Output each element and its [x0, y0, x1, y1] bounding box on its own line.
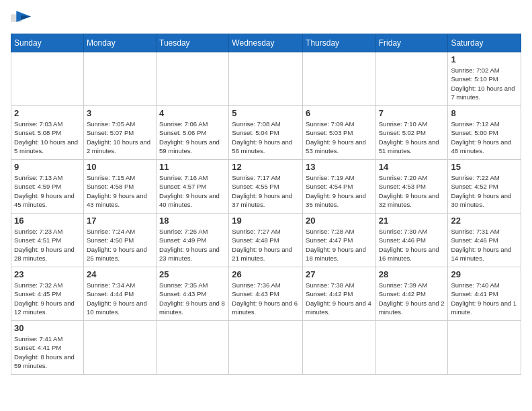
week-row-6: 30Sunrise: 7:41 AMSunset: 4:41 PMDayligh…: [11, 321, 521, 375]
calendar-header-row: SundayMondayTuesdayWednesdayThursdayFrid…: [11, 34, 521, 52]
calendar-cell: 22Sunrise: 7:31 AMSunset: 4:46 PMDayligh…: [448, 214, 521, 267]
day-number: 13: [306, 162, 373, 172]
day-info: Sunrise: 7:13 AMSunset: 4:59 PMDaylight:…: [14, 173, 81, 209]
day-info: Sunrise: 7:19 AMSunset: 4:54 PMDaylight:…: [306, 173, 373, 209]
day-number: 17: [87, 216, 153, 226]
day-number: 26: [232, 269, 300, 279]
week-row-5: 23Sunrise: 7:32 AMSunset: 4:45 PMDayligh…: [11, 267, 521, 321]
calendar-cell: [303, 321, 376, 375]
week-row-4: 16Sunrise: 7:23 AMSunset: 4:51 PMDayligh…: [11, 214, 521, 267]
logo-icon: [11, 11, 31, 26]
calendar-header-sunday: Sunday: [11, 34, 84, 52]
day-info: Sunrise: 7:39 AMSunset: 4:42 PMDaylight:…: [379, 281, 445, 316]
day-info: Sunrise: 7:26 AMSunset: 4:49 PMDaylight:…: [159, 227, 226, 263]
day-number: 15: [451, 162, 518, 172]
calendar-cell: [83, 321, 156, 375]
day-number: 14: [379, 162, 445, 172]
calendar-cell: 30Sunrise: 7:41 AMSunset: 4:41 PMDayligh…: [11, 321, 84, 375]
day-number: 8: [451, 108, 518, 118]
day-number: 22: [451, 216, 518, 226]
calendar-header-saturday: Saturday: [448, 34, 521, 52]
day-number: 28: [379, 269, 445, 279]
calendar-cell: 11Sunrise: 7:16 AMSunset: 4:57 PMDayligh…: [157, 160, 229, 214]
calendar-cell: 29Sunrise: 7:40 AMSunset: 4:41 PMDayligh…: [448, 267, 521, 321]
calendar-cell: [157, 52, 229, 106]
day-info: Sunrise: 7:30 AMSunset: 4:46 PMDaylight:…: [379, 227, 445, 263]
calendar-cell: [303, 52, 376, 106]
calendar-cell: 19Sunrise: 7:27 AMSunset: 4:48 PMDayligh…: [229, 214, 303, 267]
week-row-3: 9Sunrise: 7:13 AMSunset: 4:59 PMDaylight…: [11, 160, 521, 214]
calendar-cell: [83, 52, 156, 106]
calendar-cell: 5Sunrise: 7:08 AMSunset: 5:04 PMDaylight…: [229, 106, 303, 160]
day-info: Sunrise: 7:12 AMSunset: 5:00 PMDaylight:…: [451, 120, 518, 155]
calendar-table: SundayMondayTuesdayWednesdayThursdayFrid…: [11, 34, 521, 375]
day-info: Sunrise: 7:41 AMSunset: 4:41 PMDaylight:…: [14, 334, 81, 370]
day-number: 9: [14, 162, 81, 172]
week-row-2: 2Sunrise: 7:03 AMSunset: 5:08 PMDaylight…: [11, 106, 521, 160]
day-info: Sunrise: 7:15 AMSunset: 4:58 PMDaylight:…: [87, 173, 153, 209]
calendar-header-monday: Monday: [83, 34, 156, 52]
calendar-cell: 13Sunrise: 7:19 AMSunset: 4:54 PMDayligh…: [303, 160, 376, 214]
calendar-cell: 25Sunrise: 7:35 AMSunset: 4:43 PMDayligh…: [157, 267, 229, 321]
day-info: Sunrise: 7:40 AMSunset: 4:41 PMDaylight:…: [451, 281, 518, 316]
calendar-cell: 14Sunrise: 7:20 AMSunset: 4:53 PMDayligh…: [375, 160, 448, 214]
calendar-cell: 10Sunrise: 7:15 AMSunset: 4:58 PMDayligh…: [83, 160, 156, 214]
day-info: Sunrise: 7:09 AMSunset: 5:03 PMDaylight:…: [306, 120, 373, 155]
calendar-cell: 16Sunrise: 7:23 AMSunset: 4:51 PMDayligh…: [11, 214, 84, 267]
calendar-cell: 18Sunrise: 7:26 AMSunset: 4:49 PMDayligh…: [157, 214, 229, 267]
day-info: Sunrise: 7:17 AMSunset: 4:55 PMDaylight:…: [232, 173, 300, 209]
day-info: Sunrise: 7:02 AMSunset: 5:10 PMDaylight:…: [451, 66, 518, 101]
calendar-cell: 3Sunrise: 7:05 AMSunset: 5:07 PMDaylight…: [83, 106, 156, 160]
calendar-cell: 12Sunrise: 7:17 AMSunset: 4:55 PMDayligh…: [229, 160, 303, 214]
day-number: 5: [232, 108, 300, 118]
calendar-cell: 17Sunrise: 7:24 AMSunset: 4:50 PMDayligh…: [83, 214, 156, 267]
day-info: Sunrise: 7:35 AMSunset: 4:43 PMDaylight:…: [159, 281, 226, 316]
day-info: Sunrise: 7:20 AMSunset: 4:53 PMDaylight:…: [379, 173, 445, 209]
calendar-cell: [375, 52, 448, 106]
day-number: 6: [306, 108, 373, 118]
calendar-cell: 6Sunrise: 7:09 AMSunset: 5:03 PMDaylight…: [303, 106, 376, 160]
calendar-cell: 28Sunrise: 7:39 AMSunset: 4:42 PMDayligh…: [375, 267, 448, 321]
calendar-cell: 23Sunrise: 7:32 AMSunset: 4:45 PMDayligh…: [11, 267, 84, 321]
day-number: 2: [14, 108, 81, 118]
day-number: 7: [379, 108, 445, 118]
calendar-cell: 24Sunrise: 7:34 AMSunset: 4:44 PMDayligh…: [83, 267, 156, 321]
calendar-cell: [229, 321, 303, 375]
day-number: 3: [87, 108, 153, 118]
calendar-cell: 21Sunrise: 7:30 AMSunset: 4:46 PMDayligh…: [375, 214, 448, 267]
calendar-cell: [157, 321, 229, 375]
day-info: Sunrise: 7:36 AMSunset: 4:43 PMDaylight:…: [232, 281, 300, 316]
day-number: 10: [87, 162, 153, 172]
day-info: Sunrise: 7:16 AMSunset: 4:57 PMDaylight:…: [159, 173, 226, 209]
day-info: Sunrise: 7:08 AMSunset: 5:04 PMDaylight:…: [232, 120, 300, 155]
day-number: 29: [451, 269, 518, 279]
calendar-cell: 7Sunrise: 7:10 AMSunset: 5:02 PMDaylight…: [375, 106, 448, 160]
day-info: Sunrise: 7:34 AMSunset: 4:44 PMDaylight:…: [87, 281, 153, 316]
day-number: 27: [306, 269, 373, 279]
day-info: Sunrise: 7:27 AMSunset: 4:48 PMDaylight:…: [232, 227, 300, 263]
calendar-cell: [229, 52, 303, 106]
week-row-1: 1Sunrise: 7:02 AMSunset: 5:10 PMDaylight…: [11, 52, 521, 106]
day-number: 1: [451, 54, 518, 64]
calendar-cell: 9Sunrise: 7:13 AMSunset: 4:59 PMDaylight…: [11, 160, 84, 214]
day-number: 16: [14, 216, 81, 226]
day-info: Sunrise: 7:06 AMSunset: 5:06 PMDaylight:…: [159, 120, 226, 155]
calendar-header-friday: Friday: [375, 34, 448, 52]
day-number: 19: [232, 216, 300, 226]
calendar-cell: [11, 52, 84, 106]
calendar-header-tuesday: Tuesday: [157, 34, 229, 52]
calendar-cell: 8Sunrise: 7:12 AMSunset: 5:00 PMDaylight…: [448, 106, 521, 160]
header: [11, 11, 521, 26]
day-info: Sunrise: 7:10 AMSunset: 5:02 PMDaylight:…: [379, 120, 445, 155]
day-info: Sunrise: 7:31 AMSunset: 4:46 PMDaylight:…: [451, 227, 518, 263]
calendar-cell: [375, 321, 448, 375]
day-info: Sunrise: 7:28 AMSunset: 4:47 PMDaylight:…: [306, 227, 373, 263]
calendar-cell: 1Sunrise: 7:02 AMSunset: 5:10 PMDaylight…: [448, 52, 521, 106]
calendar-cell: 4Sunrise: 7:06 AMSunset: 5:06 PMDaylight…: [157, 106, 229, 160]
calendar-cell: 2Sunrise: 7:03 AMSunset: 5:08 PMDaylight…: [11, 106, 84, 160]
day-number: 25: [159, 269, 226, 279]
calendar-cell: 26Sunrise: 7:36 AMSunset: 4:43 PMDayligh…: [229, 267, 303, 321]
day-info: Sunrise: 7:03 AMSunset: 5:08 PMDaylight:…: [14, 120, 81, 155]
calendar-header-thursday: Thursday: [303, 34, 376, 52]
calendar-cell: 15Sunrise: 7:22 AMSunset: 4:52 PMDayligh…: [448, 160, 521, 214]
